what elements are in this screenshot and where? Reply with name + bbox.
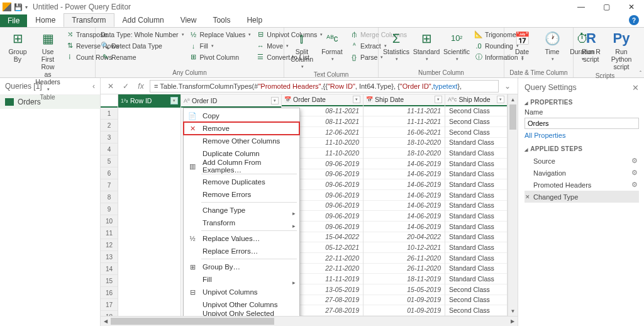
ctx-groupby[interactable]: ⊞Group By… (184, 261, 299, 273)
table-cell[interactable]: Second Class (445, 305, 507, 316)
row-number[interactable]: 4 (101, 143, 118, 155)
step-promoted-headers[interactable]: Promoted Headers⚙ (525, 179, 639, 191)
table-cell[interactable]: Second Class (445, 116, 507, 127)
row-number[interactable]: 8 (101, 191, 118, 203)
table-cell[interactable]: 16-06-2021 (364, 127, 445, 138)
rename-button[interactable]: ✎Rename (99, 52, 186, 62)
column-header-shipmode[interactable]: AᴮcShip Mode▾ (445, 94, 507, 106)
table-cell[interactable]: 14-06-2019 (364, 169, 445, 180)
format-button[interactable]: ᴬᴮcFormat (318, 29, 346, 63)
table-cell[interactable]: 10-12-2021 (364, 242, 445, 253)
formula-input[interactable]: = Table.TransformColumnTypes(#"Promoted … (150, 80, 499, 93)
table-cell[interactable]: 18-10-2020 (364, 148, 445, 159)
table-cell[interactable]: Second Class (445, 295, 507, 306)
table-cell[interactable]: Standard Class (445, 179, 507, 190)
ctx-unpivot-selected[interactable]: Unpivot Only Selected Columns (184, 311, 299, 316)
table-cell[interactable]: Standard Class (445, 242, 507, 253)
table-cell[interactable]: Standard Class (445, 201, 507, 211)
ctx-change-type[interactable]: Change Type (184, 204, 299, 216)
ctx-add-example[interactable]: ▥Add Column From Examples… (184, 160, 299, 172)
table-cell[interactable]: 26-11-2020 (364, 253, 445, 264)
datatype-button[interactable]: Data Type: Whole Number (99, 29, 186, 40)
table-cell[interactable]: Second Class (445, 127, 507, 138)
run-python-button[interactable]: PyRun Python script (608, 29, 635, 72)
table-cell[interactable]: 11-11-2021 (364, 116, 445, 127)
scroll-down-button[interactable]: ▼ (508, 306, 518, 316)
table-cell[interactable]: 11-11-2021 (364, 106, 445, 117)
applied-steps-section[interactable]: APPLIED STEPS (525, 145, 639, 152)
gear-icon[interactable]: ⚙ (631, 157, 638, 165)
step-navigation[interactable]: Navigation⚙ (525, 167, 639, 179)
row-number[interactable]: 5 (101, 155, 118, 167)
close-button[interactable]: ✕ (619, 0, 644, 14)
row-number[interactable]: 6 (101, 167, 118, 179)
close-settings-button[interactable]: ✕ (632, 83, 639, 93)
query-name-input[interactable] (525, 118, 639, 129)
table-cell[interactable]: Standard Class (445, 159, 507, 169)
table-cell[interactable]: Standard Class (445, 274, 507, 284)
table-cell[interactable]: 01-09-2019 (364, 305, 445, 316)
column-dropdown-icon[interactable]: ▾ (435, 96, 442, 103)
table-cell[interactable]: Standard Class (445, 264, 507, 274)
first-row-headers-button[interactable]: ▦Use First Row as Headers (34, 29, 62, 93)
row-number[interactable]: 3 (101, 132, 118, 143)
ctx-fill[interactable]: Fill (184, 273, 299, 286)
table-cell[interactable]: Standard Class (445, 169, 507, 180)
row-number[interactable]: 1 (101, 108, 118, 120)
ctx-replace-values[interactable]: ½Replace Values… (184, 232, 299, 245)
expand-formula-button[interactable]: ⌄ (501, 80, 514, 93)
replace-values-button[interactable]: ½Replace Values (188, 29, 253, 40)
table-cell[interactable]: Standard Class (445, 222, 507, 232)
column-dropdown-icon[interactable]: ▾ (271, 97, 279, 104)
gear-icon[interactable]: ⚙ (631, 181, 638, 189)
ctx-remove-errors[interactable]: Remove Errors (184, 188, 299, 201)
table-cell[interactable]: Standard Class (445, 253, 507, 264)
column-dropdown-icon[interactable]: ▾ (497, 96, 504, 103)
column-header-rowid[interactable]: 1²₃Row ID▾ (118, 94, 180, 108)
all-properties-link[interactable]: All Properties (525, 132, 639, 139)
tab-file[interactable]: File (0, 14, 27, 27)
table-cell[interactable]: 14-06-2019 (364, 190, 445, 201)
column-header-orderdate[interactable]: 📅Order Date▾ (282, 94, 363, 106)
vertical-scrollbar[interactable] (508, 104, 518, 306)
save-icon[interactable]: 💾 (14, 3, 23, 11)
properties-section[interactable]: PROPERTIES (525, 99, 639, 106)
collapse-ribbon-icon[interactable]: ˆ (640, 70, 641, 76)
step-source[interactable]: Source⚙ (525, 155, 639, 167)
scroll-left-button[interactable]: ◀ (101, 317, 111, 326)
ctx-unpivot-other[interactable]: Unpivot Other Columns (184, 298, 299, 311)
row-number[interactable]: 13 (101, 251, 118, 263)
scientific-button[interactable]: 10²Scientific (443, 29, 470, 63)
table-cell[interactable]: 15-05-2019 (364, 284, 445, 295)
select-all-corner[interactable] (101, 94, 118, 108)
maximize-button[interactable]: ▢ (594, 0, 619, 14)
table-cell[interactable]: Standard Class (445, 232, 507, 243)
fill-button[interactable]: ↓Fill (188, 40, 253, 51)
ctx-remove[interactable]: ✕Remove (184, 122, 299, 135)
table-cell[interactable]: 14-06-2019 (364, 179, 445, 190)
table-cell[interactable]: Standard Class (445, 148, 507, 159)
scroll-right-button[interactable]: ▶ (508, 317, 518, 326)
ctx-copy[interactable]: 📄Copy (184, 110, 299, 122)
groupby-button[interactable]: ⊞Group By (4, 29, 31, 64)
tab-addcolumn[interactable]: Add Column (114, 13, 172, 27)
tab-home[interactable]: Home (27, 13, 64, 27)
statistics-button[interactable]: ΣStatistics (382, 29, 410, 63)
table-cell[interactable]: 14-06-2019 (364, 211, 445, 222)
step-changed-type[interactable]: Changed Type (525, 191, 639, 203)
queries-collapse-icon[interactable]: ‹ (92, 82, 95, 91)
gear-icon[interactable]: ⚙ (631, 169, 638, 177)
table-cell[interactable]: Second Class (445, 106, 507, 117)
standard-button[interactable]: ⊞Standard (413, 29, 440, 63)
table-cell[interactable]: Standard Class (445, 211, 507, 222)
column-header-shipdate[interactable]: 📅Ship Date▾ (364, 94, 445, 106)
table-cell[interactable]: 26-11-2020 (364, 264, 445, 274)
tab-view[interactable]: View (172, 13, 205, 27)
time-button[interactable]: 🕐Time (538, 29, 566, 63)
tab-help[interactable]: Help (238, 13, 270, 27)
ctx-transform[interactable]: Transform (184, 216, 299, 229)
row-number[interactable]: 18 (101, 311, 118, 316)
tab-tools[interactable]: Tools (204, 13, 238, 27)
detect-type-button[interactable]: 🔍Detect Data Type (99, 40, 186, 51)
run-r-button[interactable]: RRun R script (577, 29, 605, 64)
